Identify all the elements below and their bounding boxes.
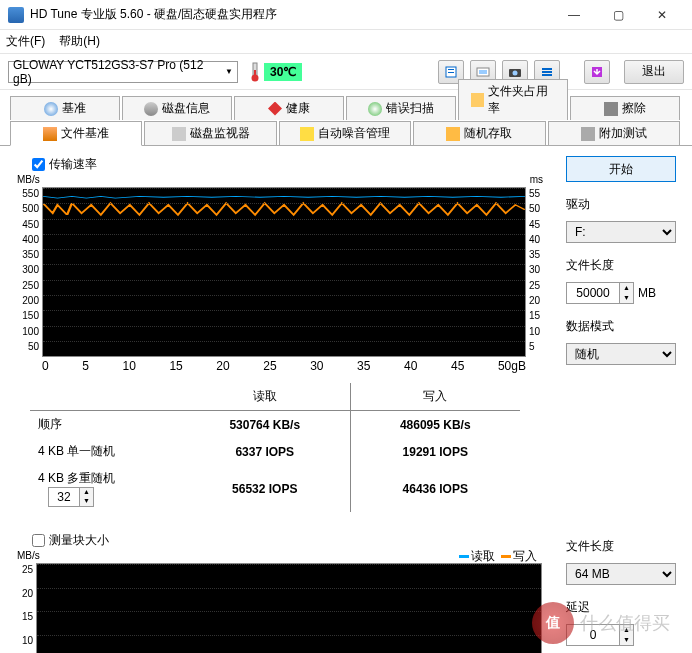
monitor-icon	[172, 127, 186, 141]
folder-icon	[471, 93, 484, 107]
tab-disk-monitor[interactable]: 磁盘监视器	[144, 121, 276, 145]
tab-row-1: 基准 磁盘信息 健康 错误扫描 文件夹占用率 擦除	[0, 94, 692, 120]
menu-help[interactable]: 帮助(H)	[59, 33, 100, 50]
chart2-legend: 读取 写入	[459, 548, 537, 565]
block-size-chart: MB/s 读取 写入 252015105	[36, 563, 542, 653]
filelen-label: 文件长度	[566, 257, 676, 274]
filelen-unit: MB	[638, 286, 656, 300]
tab-erase[interactable]: 擦除	[570, 96, 680, 120]
benchmark-icon	[44, 102, 58, 116]
close-button[interactable]: ✕	[640, 1, 684, 29]
toolbar: GLOWAY YCT512GS3-S7 Pro (512 gB) ▼ 30℃ 退…	[0, 54, 692, 90]
svg-rect-5	[448, 72, 454, 73]
spin-down-icon[interactable]: ▼	[619, 635, 633, 645]
block-size-checkbox[interactable]	[32, 534, 45, 547]
save-button[interactable]	[584, 60, 610, 84]
svg-rect-10	[542, 68, 552, 70]
tab-info[interactable]: 磁盘信息	[122, 96, 232, 120]
spin-up-icon[interactable]: ▲	[619, 283, 633, 293]
file-benchmark-icon	[43, 127, 57, 141]
row-sequential: 顺序	[30, 411, 180, 439]
chevron-down-icon: ▼	[225, 67, 233, 76]
mode-select[interactable]: 随机	[566, 343, 676, 365]
spin-down-icon[interactable]: ▼	[79, 497, 93, 506]
drive-letter-select[interactable]: F:	[566, 221, 676, 243]
transfer-chart: MB/s ms 55055500504504540040350353003025…	[42, 187, 526, 357]
delay-label: 延迟	[566, 599, 676, 616]
tab-aam[interactable]: 自动噪音管理	[279, 121, 411, 145]
menubar: 文件(F) 帮助(H)	[0, 30, 692, 54]
delay-spinner[interactable]: ▲▼	[566, 624, 634, 646]
tab-extra-tests[interactable]: 附加测试	[548, 121, 680, 145]
chart1-xaxis: 05101520253035404550gB	[42, 357, 526, 373]
4k-multi-write: 46436 IOPS	[350, 465, 520, 512]
maximize-button[interactable]: ▢	[596, 1, 640, 29]
minimize-button[interactable]: ―	[552, 1, 596, 29]
4k-single-write: 19291 IOPS	[350, 438, 520, 465]
filelen-spinner[interactable]: ▲▼	[566, 282, 634, 304]
temperature-display: 30℃	[244, 62, 308, 82]
health-icon	[268, 102, 282, 116]
spin-down-icon[interactable]: ▼	[619, 293, 633, 303]
svg-point-9	[513, 70, 518, 75]
chart2-unit: MB/s	[17, 550, 40, 561]
tab-health[interactable]: 健康	[234, 96, 344, 120]
tab-row-2: 文件基准 磁盘监视器 自动噪音管理 随机存取 附加测试	[0, 120, 692, 146]
aam-icon	[300, 127, 314, 141]
erase-icon	[604, 102, 618, 116]
svg-rect-12	[542, 74, 552, 76]
disk-icon	[144, 102, 158, 116]
results-table: 读取 写入 顺序 530764 KB/s 486095 KB/s 4 KB 单一…	[30, 383, 520, 512]
col-write: 写入	[350, 383, 520, 411]
tab-folder-usage[interactable]: 文件夹占用率	[458, 79, 568, 120]
mode-label: 数据模式	[566, 318, 676, 335]
filelen2-select[interactable]: 64 MB	[566, 563, 676, 585]
app-icon	[8, 7, 24, 23]
drive-select[interactable]: GLOWAY YCT512GS3-S7 Pro (512 gB) ▼	[8, 61, 238, 83]
tab-error-scan[interactable]: 错误扫描	[346, 96, 456, 120]
queue-depth-spinner[interactable]: ▲▼	[48, 487, 94, 507]
filelen2-label: 文件长度	[566, 538, 676, 555]
titlebar: HD Tune 专业版 5.60 - 硬盘/固态硬盘实用程序 ― ▢ ✕	[0, 0, 692, 30]
scan-icon	[368, 102, 382, 116]
svg-rect-2	[254, 70, 256, 77]
chart1-unit-right: ms	[530, 174, 543, 185]
spin-up-icon[interactable]: ▲	[619, 625, 633, 635]
thermometer-icon	[250, 62, 260, 82]
4k-multi-read: 56532 IOPS	[180, 465, 350, 512]
start-button[interactable]: 开始	[566, 156, 676, 182]
spin-up-icon[interactable]: ▲	[79, 488, 93, 497]
svg-rect-11	[542, 71, 552, 73]
transfer-rate-checkbox[interactable]	[32, 158, 45, 171]
svg-rect-7	[479, 70, 487, 74]
window-title: HD Tune 专业版 5.60 - 硬盘/固态硬盘实用程序	[30, 6, 552, 23]
row-4k-multi: 4 KB 多重随机 ▲▼	[30, 465, 180, 512]
drive-label: 驱动	[566, 196, 676, 213]
seq-write: 486095 KB/s	[350, 411, 520, 439]
extra-icon	[581, 127, 595, 141]
temperature-value: 30℃	[264, 63, 302, 81]
tab-random-access[interactable]: 随机存取	[413, 121, 545, 145]
row-4k-single: 4 KB 单一随机	[30, 438, 180, 465]
block-size-label: 测量块大小	[49, 532, 109, 549]
tab-file-benchmark[interactable]: 文件基准	[10, 121, 142, 146]
tab-benchmark[interactable]: 基准	[10, 96, 120, 120]
col-read: 读取	[180, 383, 350, 411]
4k-single-read: 6337 IOPS	[180, 438, 350, 465]
menu-file[interactable]: 文件(F)	[6, 33, 45, 50]
transfer-rate-label: 传输速率	[49, 156, 97, 173]
chart1-unit-left: MB/s	[17, 174, 40, 185]
seq-read: 530764 KB/s	[180, 411, 350, 439]
svg-rect-4	[448, 69, 454, 70]
drive-select-text: GLOWAY YCT512GS3-S7 Pro (512 gB)	[13, 58, 225, 86]
random-icon	[446, 127, 460, 141]
exit-button[interactable]: 退出	[624, 60, 684, 84]
